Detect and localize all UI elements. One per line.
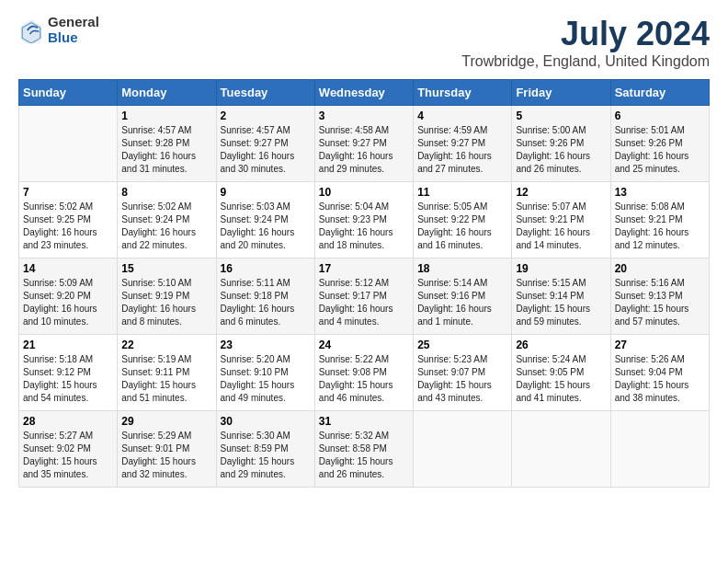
title-area: July 2024 Trowbridge, England, United Ki… bbox=[461, 15, 710, 70]
weekday-header-row: Sunday Monday Tuesday Wednesday Thursday… bbox=[19, 80, 710, 106]
day-number: 20 bbox=[615, 262, 705, 275]
day-number: 3 bbox=[319, 109, 409, 122]
header-saturday: Saturday bbox=[610, 80, 709, 106]
day-number: 12 bbox=[516, 186, 606, 199]
page-header: General Blue July 2024 Trowbridge, Engla… bbox=[18, 15, 710, 70]
day-info: Sunrise: 5:32 AM Sunset: 8:58 PM Dayligh… bbox=[319, 430, 409, 481]
day-info: Sunrise: 5:19 AM Sunset: 9:11 PM Dayligh… bbox=[121, 353, 211, 405]
day-info: Sunrise: 5:23 AM Sunset: 9:07 PM Dayligh… bbox=[417, 353, 507, 405]
month-title: July 2024 bbox=[461, 15, 710, 53]
day-info: Sunrise: 5:14 AM Sunset: 9:16 PM Dayligh… bbox=[417, 277, 507, 328]
calendar-week-row: 21Sunrise: 5:18 AM Sunset: 9:12 PM Dayli… bbox=[19, 335, 710, 411]
day-number: 10 bbox=[319, 186, 409, 199]
calendar-cell: 18Sunrise: 5:14 AM Sunset: 9:16 PM Dayli… bbox=[414, 259, 512, 335]
day-number: 15 bbox=[121, 262, 211, 275]
header-sunday: Sunday bbox=[19, 80, 118, 106]
calendar-week-row: 7Sunrise: 5:02 AM Sunset: 9:25 PM Daylig… bbox=[19, 182, 710, 259]
day-info: Sunrise: 4:57 AM Sunset: 9:28 PM Dayligh… bbox=[121, 124, 211, 176]
day-info: Sunrise: 5:24 AM Sunset: 9:05 PM Dayligh… bbox=[516, 353, 606, 405]
calendar-cell: 3Sunrise: 4:58 AM Sunset: 9:27 PM Daylig… bbox=[314, 106, 413, 182]
day-number: 4 bbox=[417, 109, 507, 122]
day-number: 1 bbox=[121, 109, 211, 122]
day-number: 18 bbox=[417, 262, 507, 275]
day-number: 11 bbox=[417, 186, 507, 199]
day-number: 7 bbox=[23, 186, 113, 199]
calendar-cell: 21Sunrise: 5:18 AM Sunset: 9:12 PM Dayli… bbox=[19, 335, 118, 411]
day-number: 5 bbox=[516, 109, 606, 122]
day-info: Sunrise: 5:27 AM Sunset: 9:02 PM Dayligh… bbox=[23, 430, 113, 481]
calendar-cell: 9Sunrise: 5:03 AM Sunset: 9:24 PM Daylig… bbox=[216, 182, 314, 259]
calendar-cell: 29Sunrise: 5:29 AM Sunset: 9:01 PM Dayli… bbox=[118, 411, 216, 488]
day-info: Sunrise: 5:04 AM Sunset: 9:23 PM Dayligh… bbox=[319, 201, 409, 252]
day-info: Sunrise: 5:15 AM Sunset: 9:14 PM Dayligh… bbox=[516, 277, 606, 328]
calendar-cell: 7Sunrise: 5:02 AM Sunset: 9:25 PM Daylig… bbox=[19, 182, 118, 259]
logo-icon bbox=[18, 17, 44, 43]
calendar-week-row: 28Sunrise: 5:27 AM Sunset: 9:02 PM Dayli… bbox=[19, 411, 710, 488]
day-info: Sunrise: 5:01 AM Sunset: 9:26 PM Dayligh… bbox=[615, 124, 705, 176]
calendar-cell bbox=[512, 411, 610, 488]
calendar-cell: 12Sunrise: 5:07 AM Sunset: 9:21 PM Dayli… bbox=[512, 182, 610, 259]
calendar-cell: 24Sunrise: 5:22 AM Sunset: 9:08 PM Dayli… bbox=[314, 335, 413, 411]
day-info: Sunrise: 5:02 AM Sunset: 9:24 PM Dayligh… bbox=[121, 201, 211, 252]
day-number: 30 bbox=[221, 415, 311, 428]
calendar-cell: 30Sunrise: 5:30 AM Sunset: 8:59 PM Dayli… bbox=[216, 411, 314, 488]
day-info: Sunrise: 5:22 AM Sunset: 9:08 PM Dayligh… bbox=[319, 353, 409, 405]
day-number: 29 bbox=[121, 415, 211, 428]
location-title: Trowbridge, England, United Kingdom bbox=[461, 53, 710, 70]
calendar-cell: 5Sunrise: 5:00 AM Sunset: 9:26 PM Daylig… bbox=[512, 106, 610, 182]
logo-blue-text: Blue bbox=[48, 30, 99, 46]
day-number: 6 bbox=[615, 109, 705, 122]
calendar-cell bbox=[19, 106, 118, 182]
calendar-cell: 23Sunrise: 5:20 AM Sunset: 9:10 PM Dayli… bbox=[216, 335, 314, 411]
day-info: Sunrise: 5:16 AM Sunset: 9:13 PM Dayligh… bbox=[615, 277, 705, 328]
calendar-body: 1Sunrise: 4:57 AM Sunset: 9:28 PM Daylig… bbox=[19, 106, 710, 488]
day-number: 31 bbox=[319, 415, 409, 428]
day-number: 25 bbox=[417, 339, 507, 351]
calendar-cell bbox=[414, 411, 512, 488]
day-number: 19 bbox=[516, 262, 606, 275]
logo-general-text: General bbox=[48, 15, 99, 30]
day-number: 2 bbox=[221, 109, 311, 122]
day-info: Sunrise: 5:18 AM Sunset: 9:12 PM Dayligh… bbox=[23, 353, 113, 405]
day-number: 17 bbox=[319, 262, 409, 275]
header-wednesday: Wednesday bbox=[314, 80, 413, 106]
calendar-week-row: 14Sunrise: 5:09 AM Sunset: 9:20 PM Dayli… bbox=[19, 259, 710, 335]
calendar-cell: 28Sunrise: 5:27 AM Sunset: 9:02 PM Dayli… bbox=[19, 411, 118, 488]
day-info: Sunrise: 5:03 AM Sunset: 9:24 PM Dayligh… bbox=[221, 201, 311, 252]
day-number: 27 bbox=[615, 339, 705, 351]
day-info: Sunrise: 4:59 AM Sunset: 9:27 PM Dayligh… bbox=[417, 124, 507, 176]
calendar-cell: 26Sunrise: 5:24 AM Sunset: 9:05 PM Dayli… bbox=[512, 335, 610, 411]
day-info: Sunrise: 5:29 AM Sunset: 9:01 PM Dayligh… bbox=[121, 430, 211, 481]
day-info: Sunrise: 5:08 AM Sunset: 9:21 PM Dayligh… bbox=[615, 201, 705, 252]
day-info: Sunrise: 5:10 AM Sunset: 9:19 PM Dayligh… bbox=[121, 277, 211, 328]
calendar-cell: 4Sunrise: 4:59 AM Sunset: 9:27 PM Daylig… bbox=[414, 106, 512, 182]
day-number: 9 bbox=[221, 186, 311, 199]
calendar-cell: 25Sunrise: 5:23 AM Sunset: 9:07 PM Dayli… bbox=[414, 335, 512, 411]
day-number: 13 bbox=[615, 186, 705, 199]
calendar-cell: 6Sunrise: 5:01 AM Sunset: 9:26 PM Daylig… bbox=[610, 106, 709, 182]
calendar-cell: 22Sunrise: 5:19 AM Sunset: 9:11 PM Dayli… bbox=[118, 335, 216, 411]
day-info: Sunrise: 5:20 AM Sunset: 9:10 PM Dayligh… bbox=[221, 353, 311, 405]
calendar-cell: 11Sunrise: 5:05 AM Sunset: 9:22 PM Dayli… bbox=[414, 182, 512, 259]
calendar-table: Sunday Monday Tuesday Wednesday Thursday… bbox=[18, 79, 710, 488]
day-number: 26 bbox=[516, 339, 606, 351]
header-tuesday: Tuesday bbox=[216, 80, 314, 106]
calendar-header: Sunday Monday Tuesday Wednesday Thursday… bbox=[19, 80, 710, 106]
calendar-week-row: 1Sunrise: 4:57 AM Sunset: 9:28 PM Daylig… bbox=[19, 106, 710, 182]
logo: General Blue bbox=[18, 15, 99, 45]
calendar-cell: 15Sunrise: 5:10 AM Sunset: 9:19 PM Dayli… bbox=[118, 259, 216, 335]
day-number: 22 bbox=[121, 339, 211, 351]
day-number: 23 bbox=[221, 339, 311, 351]
calendar-cell: 1Sunrise: 4:57 AM Sunset: 9:28 PM Daylig… bbox=[118, 106, 216, 182]
calendar-cell: 13Sunrise: 5:08 AM Sunset: 9:21 PM Dayli… bbox=[610, 182, 709, 259]
calendar-cell: 8Sunrise: 5:02 AM Sunset: 9:24 PM Daylig… bbox=[118, 182, 216, 259]
header-monday: Monday bbox=[118, 80, 216, 106]
day-info: Sunrise: 5:26 AM Sunset: 9:04 PM Dayligh… bbox=[615, 353, 705, 405]
calendar-cell: 10Sunrise: 5:04 AM Sunset: 9:23 PM Dayli… bbox=[314, 182, 413, 259]
logo-text: General Blue bbox=[48, 15, 99, 45]
calendar-cell: 17Sunrise: 5:12 AM Sunset: 9:17 PM Dayli… bbox=[314, 259, 413, 335]
header-thursday: Thursday bbox=[414, 80, 512, 106]
day-number: 8 bbox=[121, 186, 211, 199]
day-number: 24 bbox=[319, 339, 409, 351]
calendar-cell: 31Sunrise: 5:32 AM Sunset: 8:58 PM Dayli… bbox=[314, 411, 413, 488]
